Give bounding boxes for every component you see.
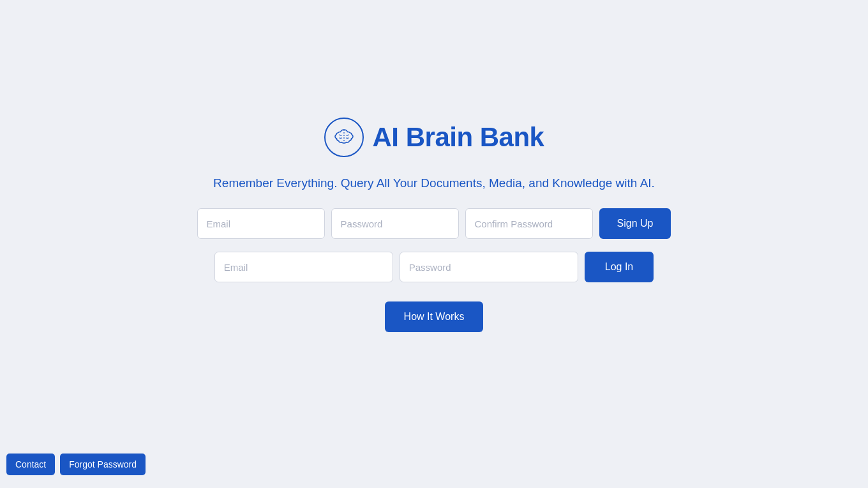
brain-icon-wrapper <box>324 118 364 157</box>
signup-email-input[interactable] <box>197 208 325 239</box>
login-password-input[interactable] <box>400 252 578 282</box>
bottom-buttons: Contact Forgot Password <box>6 454 146 475</box>
tagline: Remember Everything. Query All Your Docu… <box>213 176 655 190</box>
how-it-works-button[interactable]: How It Works <box>385 301 484 332</box>
login-email-input[interactable] <box>214 252 393 282</box>
app-title: AI Brain Bank <box>373 122 544 153</box>
logo-area: AI Brain Bank <box>324 118 544 157</box>
brain-icon <box>332 125 356 149</box>
signup-row: Sign Up <box>197 208 671 239</box>
login-button[interactable]: Log In <box>585 252 654 282</box>
main-content: AI Brain Bank Remember Everything. Query… <box>197 118 671 332</box>
signup-button[interactable]: Sign Up <box>599 208 671 239</box>
signup-confirm-password-input[interactable] <box>465 208 593 239</box>
contact-button[interactable]: Contact <box>6 454 55 475</box>
login-row: Log In <box>214 252 654 282</box>
forgot-password-button[interactable]: Forgot Password <box>60 454 146 475</box>
signup-password-input[interactable] <box>331 208 459 239</box>
